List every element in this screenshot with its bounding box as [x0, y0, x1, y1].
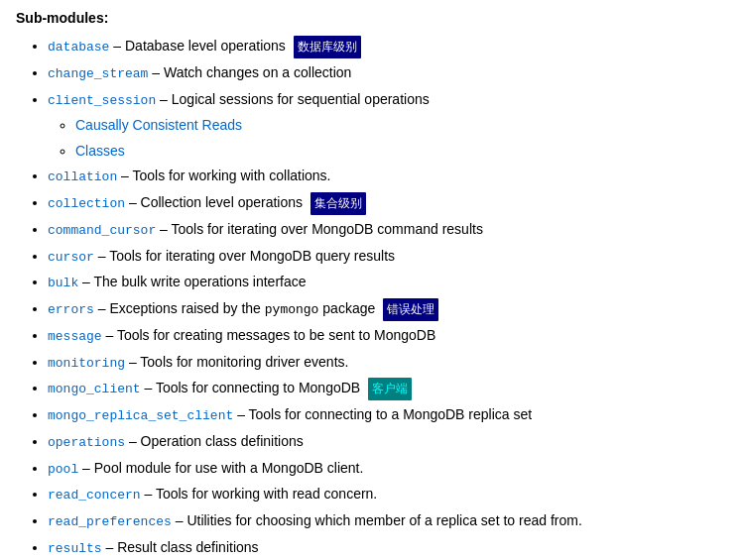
- desc-monitoring: – Tools for monitoring driver events.: [129, 354, 349, 370]
- desc-read-preferences: – Utilities for choosing which member of…: [176, 512, 582, 528]
- causally-consistent-reads-link[interactable]: Causally Consistent Reads: [75, 117, 242, 133]
- desc-cursor: – Tools for iterating over MongoDB query…: [98, 248, 395, 264]
- pool-link[interactable]: pool: [48, 462, 78, 477]
- desc-mongo-replica: – Tools for connecting to a MongoDB repl…: [237, 406, 532, 422]
- cursor-link[interactable]: cursor: [48, 250, 94, 265]
- page-container: Sub-modules: database – Database level o…: [16, 10, 728, 560]
- message-link[interactable]: message: [48, 329, 102, 344]
- database-link[interactable]: database: [48, 40, 109, 55]
- list-item: results – Result class definitions: [48, 535, 728, 560]
- collation-link[interactable]: collation: [48, 169, 117, 184]
- pymongo-code: pymongo: [265, 302, 319, 317]
- list-item: read_preferences – Utilities for choosin…: [48, 508, 728, 534]
- list-item: message – Tools for creating messages to…: [48, 323, 728, 349]
- list-item: monitoring – Tools for monitoring driver…: [48, 350, 728, 376]
- badge-collection: 集合级别: [310, 192, 366, 215]
- desc-mongo-client: – Tools for connecting to MongoDB: [145, 380, 365, 395]
- desc-client-session: – Logical sessions for sequential operat…: [160, 91, 430, 107]
- desc-results: – Result class definitions: [106, 539, 259, 555]
- desc-pool: – Pool module for use with a MongoDB cli…: [82, 460, 363, 476]
- collection-link[interactable]: collection: [48, 196, 125, 211]
- desc-collation: – Tools for working with collations.: [121, 168, 330, 183]
- list-item: collection – Collection level operations…: [48, 190, 728, 216]
- module-list: database – Database level operations 数据库…: [16, 34, 728, 560]
- list-item: cursor – Tools for iterating over MongoD…: [48, 244, 728, 270]
- desc-database: – Database level operations: [113, 38, 289, 54]
- desc-errors2: package: [318, 300, 379, 316]
- mongo-client-link[interactable]: mongo_client: [48, 382, 141, 396]
- desc-message: – Tools for creating messages to be sent…: [106, 327, 436, 343]
- bulk-link[interactable]: bulk: [48, 276, 78, 290]
- list-item: bulk – The bulk write operations interfa…: [48, 270, 728, 295]
- list-item: collation – Tools for working with colla…: [48, 164, 728, 189]
- client-session-link[interactable]: client_session: [48, 93, 156, 108]
- section-heading: Sub-modules:: [16, 10, 728, 26]
- sub-list-item: Causally Consistent Reads: [75, 113, 728, 138]
- desc-change-stream: – Watch changes on a collection: [152, 64, 351, 80]
- read-preferences-link[interactable]: read_preferences: [48, 514, 172, 529]
- desc-command-cursor: – Tools for iterating over MongoDB comma…: [160, 221, 483, 237]
- list-item: pool – Pool module for use with a MongoD…: [48, 456, 728, 482]
- list-item: operations – Operation class definitions: [48, 429, 728, 455]
- change-stream-link[interactable]: change_stream: [48, 66, 148, 81]
- badge-database: 数据库级别: [294, 36, 361, 58]
- list-item: mongo_replica_set_client – Tools for con…: [48, 402, 728, 428]
- desc-collection: – Collection level operations: [129, 194, 307, 210]
- list-item: change_stream – Watch changes on a colle…: [48, 60, 728, 86]
- read-concern-link[interactable]: read_concern: [48, 488, 141, 503]
- list-item: mongo_client – Tools for connecting to M…: [48, 376, 728, 401]
- list-item: read_concern – Tools for working with re…: [48, 482, 728, 507]
- client-session-sublist: Causally Consistent Reads Classes: [48, 113, 728, 163]
- list-item: client_session – Logical sessions for se…: [48, 87, 728, 164]
- desc-errors: – Exceptions raised by the: [98, 300, 265, 316]
- list-item: errors – Exceptions raised by the pymong…: [48, 296, 728, 322]
- command-cursor-link[interactable]: command_cursor: [48, 223, 156, 238]
- list-item: command_cursor – Tools for iterating ove…: [48, 217, 728, 243]
- monitoring-link[interactable]: monitoring: [48, 356, 125, 371]
- badge-mongo-client: 客户端: [368, 378, 412, 400]
- results-link[interactable]: results: [48, 541, 102, 556]
- classes-link[interactable]: Classes: [75, 143, 125, 159]
- operations-link[interactable]: operations: [48, 435, 125, 450]
- list-item: database – Database level operations 数据库…: [48, 34, 728, 59]
- badge-errors: 错误处理: [383, 298, 438, 321]
- desc-read-concern: – Tools for working with read concern.: [145, 486, 378, 502]
- desc-bulk: – The bulk write operations interface: [82, 274, 306, 289]
- desc-operations: – Operation class definitions: [129, 433, 304, 449]
- errors-link[interactable]: errors: [48, 302, 94, 317]
- sub-list-item: Classes: [75, 139, 728, 164]
- mongo-replica-set-client-link[interactable]: mongo_replica_set_client: [48, 408, 233, 423]
